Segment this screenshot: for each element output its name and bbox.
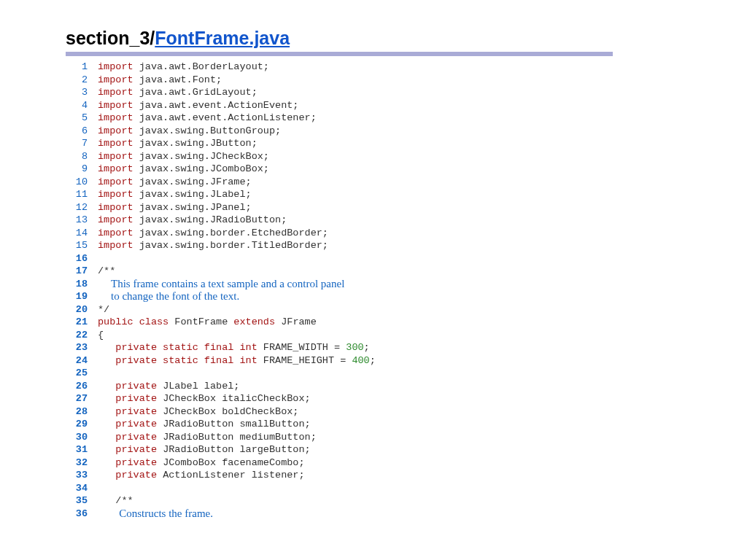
code-content: import java.awt.Font;	[98, 74, 222, 87]
line-number: 13	[66, 214, 98, 227]
code-content: import javax.swing.ButtonGroup;	[98, 125, 281, 138]
code-line: 29 private JRadioButton smallButton;	[66, 418, 747, 431]
line-number: 11	[66, 188, 98, 201]
code-content: /**	[98, 494, 133, 508]
line-number: 8	[66, 150, 98, 163]
line-number: 30	[66, 431, 98, 444]
code-line: 19to change the font of the text.	[66, 290, 747, 303]
code-line: 1import java.awt.BorderLayout;	[66, 61, 747, 74]
code-content: import java.awt.event.ActionListener;	[98, 112, 317, 125]
code-line: 12import javax.swing.JPanel;	[66, 201, 747, 214]
code-content: Constructs the frame.	[98, 508, 213, 521]
line-number: 4	[66, 99, 98, 112]
code-content: private static final int FRAME_WIDTH = 3…	[98, 341, 370, 354]
code-line: 25	[66, 367, 747, 380]
divider	[66, 52, 613, 56]
code-content: private JLabel label;	[98, 380, 239, 393]
line-number: 33	[66, 469, 98, 482]
code-line: 6import javax.swing.ButtonGroup;	[66, 125, 747, 138]
code-content: private ActionListener listener;	[98, 469, 305, 482]
code-content: import java.awt.BorderLayout;	[98, 61, 269, 74]
code-line: 17/**	[66, 265, 747, 278]
code-line: 24 private static final int FRAME_HEIGHT…	[66, 354, 747, 368]
line-number: 9	[66, 163, 98, 176]
code-line: 18This frame contains a text sample and …	[66, 278, 747, 291]
line-number: 28	[66, 405, 98, 419]
code-content: to change the font of the text.	[98, 290, 239, 303]
code-line: 16	[66, 252, 747, 265]
line-number: 15	[66, 239, 98, 252]
code-line: 8import javax.swing.JCheckBox;	[66, 150, 747, 163]
code-content: private JRadioButton smallButton;	[98, 418, 311, 431]
code-content: {	[98, 329, 104, 342]
code-line: 23 private static final int FRAME_WIDTH …	[66, 341, 747, 354]
code-content: import javax.swing.JButton;	[98, 137, 258, 150]
code-content: This frame contains a text sample and a …	[98, 278, 344, 291]
code-content: import javax.swing.border.EtchedBorder;	[98, 227, 328, 240]
line-number: 25	[66, 367, 98, 380]
code-content: private static final int FRAME_HEIGHT = …	[98, 354, 376, 368]
code-content: */	[98, 303, 109, 316]
code-line: 28 private JCheckBox boldCheckBox;	[66, 405, 747, 419]
code-line: 27 private JCheckBox italicCheckBox;	[66, 392, 747, 405]
line-number: 26	[66, 380, 98, 393]
code-line: 34	[66, 482, 747, 495]
line-number: 14	[66, 227, 98, 240]
code-content: /**	[98, 265, 115, 278]
line-number: 7	[66, 137, 98, 150]
line-number: 17	[66, 265, 98, 278]
line-number: 1	[66, 61, 98, 74]
line-number: 27	[66, 392, 98, 405]
line-number: 6	[66, 125, 98, 138]
code-content: import javax.swing.JPanel;	[98, 201, 252, 214]
code-content: import javax.swing.JFrame;	[98, 176, 252, 189]
page-title: section_3/FontFrame.java	[66, 28, 747, 49]
code-content	[98, 367, 104, 380]
code-line: 22{	[66, 329, 747, 342]
code-content: import java.awt.event.ActionEvent;	[98, 99, 298, 112]
code-line: 20*/	[66, 303, 747, 316]
line-number: 5	[66, 112, 98, 125]
code-content: private JRadioButton largeButton;	[98, 443, 311, 456]
line-number: 2	[66, 74, 98, 87]
code-line: 26 private JLabel label;	[66, 380, 747, 393]
code-line: 32 private JComboBox facenameCombo;	[66, 456, 747, 470]
code-content	[98, 252, 104, 265]
code-line: 9import javax.swing.JComboBox;	[66, 163, 747, 176]
code-line: 5import java.awt.event.ActionListener;	[66, 112, 747, 125]
code-content: private JComboBox facenameCombo;	[98, 456, 305, 470]
line-number: 34	[66, 482, 98, 495]
line-number: 3	[66, 86, 98, 99]
code-line: 36 Constructs the frame.	[66, 508, 747, 521]
line-number: 16	[66, 252, 98, 265]
line-number: 32	[66, 456, 98, 470]
code-content: public class FontFrame extends JFrame	[98, 316, 317, 329]
title-prefix: section_3/	[66, 28, 155, 48]
line-number: 22	[66, 329, 98, 342]
code-content: private JCheckBox italicCheckBox;	[98, 392, 311, 405]
code-content: import javax.swing.JLabel;	[98, 188, 252, 201]
line-number: 23	[66, 341, 98, 354]
line-number: 10	[66, 176, 98, 189]
code-line: 4import java.awt.event.ActionEvent;	[66, 99, 747, 112]
code-line: 11import javax.swing.JLabel;	[66, 188, 747, 201]
code-content	[98, 482, 104, 495]
title-link[interactable]: FontFrame.java	[155, 28, 290, 48]
code-content: import java.awt.GridLayout;	[98, 86, 258, 99]
line-number: 31	[66, 443, 98, 456]
code-line: 2import java.awt.Font;	[66, 74, 747, 87]
code-content: import javax.swing.border.TitledBorder;	[98, 239, 328, 252]
line-number: 29	[66, 418, 98, 431]
code-line: 21public class FontFrame extends JFrame	[66, 316, 747, 329]
code-block: 1import java.awt.BorderLayout;2import ja…	[66, 61, 747, 520]
line-number: 21	[66, 316, 98, 329]
line-number: 18	[66, 278, 98, 291]
code-line: 35 /**	[66, 494, 747, 508]
code-line: 33 private ActionListener listener;	[66, 469, 747, 482]
code-line: 30 private JRadioButton mediumButton;	[66, 431, 747, 444]
line-number: 35	[66, 494, 98, 508]
line-number: 36	[66, 508, 98, 521]
code-line: 7import javax.swing.JButton;	[66, 137, 747, 150]
line-number: 20	[66, 303, 98, 316]
code-line: 15import javax.swing.border.TitledBorder…	[66, 239, 747, 252]
